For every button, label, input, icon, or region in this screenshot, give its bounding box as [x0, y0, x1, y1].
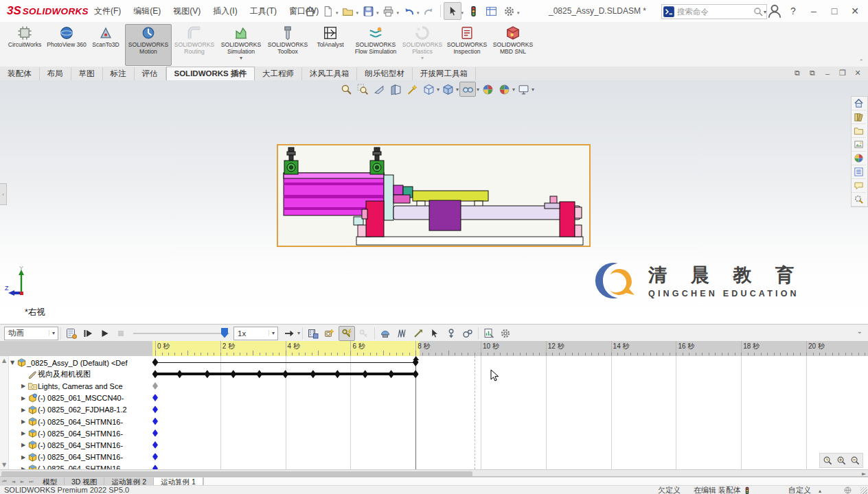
- addin-button-solidworks-routing[interactable]: SOLIDWORKS Routing: [172, 24, 217, 65]
- study-tab-3D 视图[interactable]: 3D 视图: [65, 478, 104, 486]
- tab-SOLIDWORKS 插件[interactable]: SOLIDWORKS 插件: [166, 67, 255, 80]
- results-button[interactable]: [481, 327, 496, 340]
- keyframe-diamond[interactable]: [176, 370, 183, 378]
- tree-expand-arrow[interactable]: ▶: [19, 407, 27, 413]
- menu-插入(I)[interactable]: 插入(I): [207, 0, 243, 22]
- tree-expand-arrow[interactable]: ▼: [8, 360, 16, 366]
- keyframe-diamond[interactable]: [152, 358, 159, 366]
- custom-caret-icon[interactable]: ▴: [819, 486, 821, 494]
- doc-close-button[interactable]: ✕: [850, 67, 865, 79]
- stop-button[interactable]: [113, 327, 128, 340]
- dynamic-annotation-button[interactable]: [404, 82, 420, 96]
- view-orientation-button[interactable]: [421, 82, 436, 96]
- tab-布局[interactable]: 布局: [40, 67, 71, 80]
- autokey-button[interactable]: [339, 326, 355, 341]
- resize-grip[interactable]: [860, 487, 867, 494]
- custom-status-toggle[interactable]: 自定义: [788, 486, 811, 494]
- save-dropdown-caret[interactable]: ▾: [376, 10, 379, 16]
- tree-item-4[interactable]: ▶(-) 0825_062_FJDHA8-1.2: [8, 404, 130, 416]
- keyframe-diamond[interactable]: [310, 370, 316, 378]
- keyframe-diamond[interactable]: [388, 370, 394, 378]
- zoom-fit-button[interactable]: [339, 82, 354, 96]
- keyframe-diamond[interactable]: [152, 430, 158, 437]
- section-view-button[interactable]: [372, 82, 387, 96]
- traffic-light-button[interactable]: [465, 3, 481, 19]
- minimize-button[interactable]: –: [803, 1, 824, 21]
- animation-wizard-button[interactable]: [322, 327, 337, 340]
- close-button[interactable]: ✕: [845, 1, 865, 21]
- menu-文件(F)[interactable]: 文件(F): [88, 0, 127, 22]
- playback-mode-button[interactable]: [282, 327, 297, 340]
- motion-settings-button[interactable]: [498, 327, 513, 340]
- new-doc-button[interactable]: [319, 3, 336, 19]
- hide-show-items-dropdown-caret[interactable]: ▾: [477, 86, 479, 93]
- taskpane-resources-home-tab[interactable]: [852, 97, 866, 110]
- keyframe-diamond[interactable]: [413, 370, 419, 378]
- tree-scroll-up-icon[interactable]: ▲: [0, 357, 8, 364]
- taskpane-appearances-scenes-tab[interactable]: [852, 152, 866, 165]
- addin-button-circuitworks[interactable]: CircuitWorks: [3, 24, 47, 65]
- tree-scroll-down-icon[interactable]: ▼: [0, 462, 8, 468]
- keyframe-diamond[interactable]: [152, 453, 158, 460]
- hide-show-items-button[interactable]: [459, 82, 476, 97]
- tab-评估[interactable]: 评估: [135, 67, 166, 80]
- taskpane-addins-settings-tab[interactable]: [852, 193, 866, 207]
- view-settings-button[interactable]: [516, 82, 531, 96]
- study-tab-运动算例 2[interactable]: 运动算例 2: [104, 478, 154, 486]
- contact-button[interactable]: [460, 327, 475, 340]
- addin-button-solidworks-inspection[interactable]: SOLIDWORKS Inspection: [444, 24, 490, 65]
- addin-button-photoview-360[interactable]: PhotoView 360: [47, 24, 87, 65]
- addin-button-solidworks-simulation[interactable]: SOLIDWORKS Simulation▾: [217, 24, 265, 65]
- study-tab-运动算例 1[interactable]: 运动算例 1: [154, 478, 203, 486]
- taskpane-forum-tab[interactable]: [852, 179, 866, 193]
- tab-大工程师[interactable]: 大工程师: [255, 67, 302, 80]
- keyframe-diamond[interactable]: [152, 418, 158, 425]
- tree-item-8[interactable]: ▶(-) 0825_064_SHTMN16-: [8, 451, 130, 463]
- display-panes-button[interactable]: [483, 3, 499, 19]
- prev-tab-button[interactable]: ◄: [9, 478, 18, 486]
- playback-speed-select[interactable]: 1x▾: [233, 327, 278, 340]
- tree-expand-arrow[interactable]: ▶: [19, 395, 27, 401]
- search-icon[interactable]: [753, 6, 764, 17]
- select-cursor-dropdown-caret[interactable]: ▾: [461, 10, 464, 16]
- addin-dropdown-caret[interactable]: ▾: [240, 55, 242, 61]
- next-window-icon[interactable]: ⧉: [805, 67, 820, 79]
- tree-expand-arrow[interactable]: ▶: [19, 430, 27, 436]
- timeline-zoom-in-button[interactable]: [834, 454, 848, 467]
- tree-item-5[interactable]: ▶(-) 0825_064_SHTMN16-: [8, 416, 130, 427]
- tab-装配体[interactable]: 装配体: [0, 67, 40, 80]
- tree-expand-arrow[interactable]: ▶: [19, 383, 27, 389]
- open-folder-button[interactable]: [340, 3, 356, 19]
- motor-button[interactable]: [378, 327, 393, 340]
- apply-scene-dropdown-caret[interactable]: ▾: [512, 86, 515, 93]
- tree-item-6[interactable]: ▶(-) 0825_064_SHTMN16-: [8, 427, 130, 439]
- slider-thumb[interactable]: [221, 328, 228, 338]
- prev-window-icon[interactable]: ⧉: [790, 67, 805, 79]
- menu-视图(V)[interactable]: 视图(V): [167, 0, 207, 22]
- tree-item-9[interactable]: ▶(-) 0825_064_SHTMN16-: [8, 463, 130, 469]
- addin-button-tolanalyst[interactable]: TolAnalyst: [310, 24, 350, 65]
- addin-button-solidworks-plastics[interactable]: SOLIDWORKS Plastics▾: [401, 24, 444, 65]
- menu-编辑(E)[interactable]: 编辑(E): [127, 0, 167, 22]
- tab-沐风工具箱[interactable]: 沐风工具箱: [302, 67, 358, 80]
- tab-标注[interactable]: 标注: [103, 67, 135, 80]
- motion-panel-collapse-chevron[interactable]: ⌄: [857, 327, 863, 335]
- addin-button-scanto3d[interactable]: ScanTo3D: [87, 24, 125, 65]
- playback-mode-dropdown-caret[interactable]: ▾: [297, 330, 300, 336]
- select-tool-button[interactable]: [427, 327, 442, 340]
- home-button[interactable]: [301, 3, 318, 19]
- search-input[interactable]: 搜索命令 ▾: [661, 4, 767, 19]
- taskpane-design-library-tab[interactable]: [852, 110, 866, 124]
- timeline-zoom-fit-button[interactable]: [821, 454, 834, 467]
- calculate-button[interactable]: [64, 327, 79, 340]
- timeline-zoom-out-button[interactable]: [848, 454, 862, 467]
- tree-item-7[interactable]: ▶(-) 0825_064_SHTMN16-: [8, 439, 130, 451]
- timeline-ruler[interactable]: 0 秒2 秒4 秒6 秒8 秒10 秒12 秒14 秒16 秒18 秒20 秒: [0, 341, 868, 357]
- menu-工具(T)[interactable]: 工具(T): [244, 0, 283, 22]
- tree-expand-arrow[interactable]: ▶: [19, 419, 27, 425]
- maximize-button[interactable]: □: [824, 1, 845, 21]
- addin-button-solidworks-toolbox[interactable]: SOLIDWORKS Toolbox: [265, 24, 310, 65]
- change-bar[interactable]: [155, 362, 415, 363]
- timeline-position-slider[interactable]: [133, 327, 229, 340]
- save-button[interactable]: [360, 3, 376, 19]
